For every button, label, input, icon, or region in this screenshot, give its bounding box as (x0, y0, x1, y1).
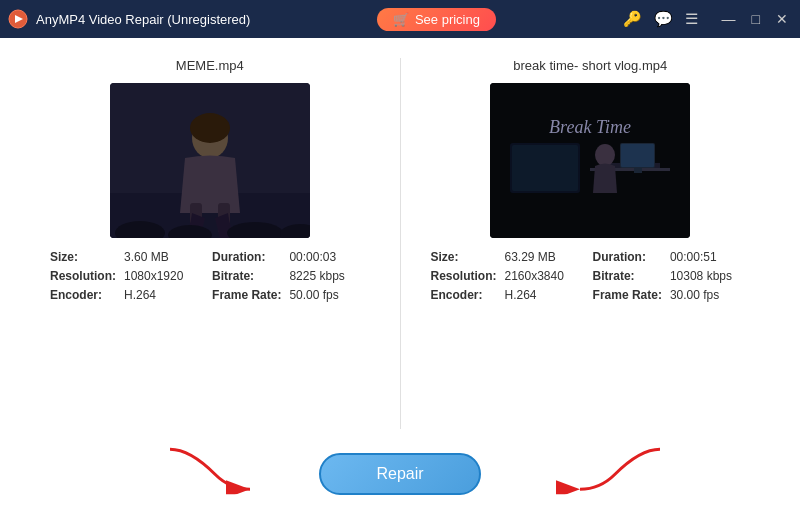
left-video-info: Size: 3.60 MB Duration: 00:00:03 Resolut… (50, 250, 370, 302)
right-video-panel: break time- short vlog.mp4 Break Time (411, 58, 771, 429)
right-video-info: Size: 63.29 MB Duration: 00:00:51 Resolu… (431, 250, 751, 302)
left-video-title: MEME.mp4 (176, 58, 244, 73)
svg-rect-22 (512, 145, 578, 191)
right-resolution-value: 2160x3840 (505, 269, 585, 283)
left-framerate-value: 50.00 fps (289, 288, 369, 302)
right-encoder-label: Encoder: (431, 288, 497, 302)
see-pricing-button[interactable]: 🛒 See pricing (377, 8, 496, 31)
right-bitrate-value: 10308 kbps (670, 269, 750, 283)
right-encoder-value: H.264 (505, 288, 585, 302)
svg-text:Break Time: Break Time (549, 117, 631, 137)
right-framerate-label: Frame Rate: (593, 288, 662, 302)
right-video-thumbnail: Break Time (490, 83, 690, 238)
right-size-value: 63.29 MB (505, 250, 585, 264)
titlebar-right: 🔑 💬 ☰ — □ ✕ (623, 9, 792, 29)
app-logo (8, 9, 28, 29)
left-duration-label: Duration: (212, 250, 281, 264)
maximize-button[interactable]: □ (748, 9, 764, 29)
window-controls: — □ ✕ (718, 9, 792, 29)
repair-label: Repair (376, 465, 423, 482)
svg-rect-18 (634, 168, 642, 173)
repair-button[interactable]: Repair (319, 453, 480, 495)
minimize-button[interactable]: — (718, 9, 740, 29)
titlebar-center: 🛒 See pricing (377, 8, 496, 31)
app-title: AnyMP4 Video Repair (Unregistered) (36, 12, 250, 27)
right-video-image: Break Time (490, 83, 690, 238)
bottom-area: Repair (30, 439, 770, 509)
left-bitrate-label: Bitrate: (212, 269, 281, 283)
left-resolution-value: 1080x1920 (124, 269, 204, 283)
svg-rect-20 (621, 144, 654, 167)
right-arrow (550, 439, 670, 497)
left-size-label: Size: (50, 250, 116, 264)
see-pricing-label: See pricing (415, 12, 480, 27)
right-bitrate-label: Bitrate: (593, 269, 662, 283)
right-size-label: Size: (431, 250, 497, 264)
videos-row: MEME.mp4 (30, 58, 770, 429)
left-video-image (110, 83, 310, 238)
left-bitrate-value: 8225 kbps (289, 269, 369, 283)
left-video-thumbnail (110, 83, 310, 238)
cart-icon: 🛒 (393, 12, 409, 27)
chat-icon[interactable]: 💬 (654, 10, 673, 28)
left-resolution-label: Resolution: (50, 269, 116, 283)
titlebar: AnyMP4 Video Repair (Unregistered) 🛒 See… (0, 0, 800, 38)
left-video-panel: MEME.mp4 (30, 58, 390, 429)
right-duration-label: Duration: (593, 250, 662, 264)
main-content: MEME.mp4 (0, 38, 800, 524)
left-framerate-label: Frame Rate: (212, 288, 281, 302)
right-duration-value: 00:00:51 (670, 250, 750, 264)
svg-point-5 (190, 113, 230, 143)
svg-point-19 (595, 144, 615, 166)
key-icon[interactable]: 🔑 (623, 10, 642, 28)
close-button[interactable]: ✕ (772, 9, 792, 29)
left-duration-value: 00:00:03 (289, 250, 369, 264)
right-resolution-label: Resolution: (431, 269, 497, 283)
left-arrow (160, 439, 280, 497)
left-encoder-label: Encoder: (50, 288, 116, 302)
video-divider (400, 58, 401, 429)
left-size-value: 3.60 MB (124, 250, 204, 264)
left-encoder-value: H.264 (124, 288, 204, 302)
right-framerate-value: 30.00 fps (670, 288, 750, 302)
right-arrow-svg (550, 439, 670, 494)
menu-icon[interactable]: ☰ (685, 10, 698, 28)
left-arrow-svg (160, 439, 280, 494)
titlebar-left: AnyMP4 Video Repair (Unregistered) (8, 9, 250, 29)
right-video-title: break time- short vlog.mp4 (513, 58, 667, 73)
